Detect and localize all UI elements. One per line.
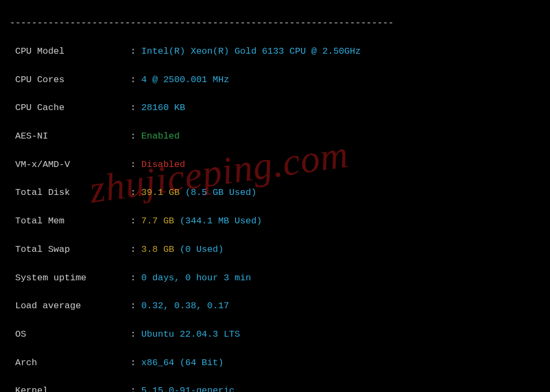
label-cpu-cache: CPU Cache: [15, 103, 65, 113]
value-swap-size: 3.8 GB: [141, 244, 174, 255]
value-cpu-cache: 28160 KB: [141, 103, 185, 113]
row-vmx: VM-x/AMD-V : Disabled: [10, 158, 545, 172]
label-cpu-cores: CPU Cores: [15, 75, 65, 85]
terminal-output: ----------------------------------------…: [0, 0, 550, 392]
row-total-disk: Total Disk : 39.1 GB (8.5 GB Used): [10, 186, 545, 200]
label-vmx: VM-x/AMD-V: [15, 159, 70, 170]
row-cpu-model: CPU Model : Intel(R) Xeon(R) Gold 6133 C…: [10, 45, 545, 59]
label-total-mem: Total Mem: [15, 216, 65, 226]
value-cpu-cores: 4 @ 2500.001 MHz: [141, 75, 229, 85]
value-mem-size: 7.7 GB: [141, 216, 174, 226]
value-disk-used: (8.5 GB Used): [185, 187, 256, 198]
label-total-swap: Total Swap: [15, 244, 70, 255]
row-total-mem: Total Mem : 7.7 GB (344.1 MB Used): [10, 214, 545, 228]
label-uptime: System uptime: [15, 273, 87, 283]
divider-line: ----------------------------------------…: [10, 16, 545, 30]
label-cpu-model: CPU Model: [15, 46, 65, 56]
label-aes-ni: AES-NI: [15, 131, 48, 141]
value-uptime: 0 days, 0 hour 3 min: [141, 273, 251, 283]
row-aes-ni: AES-NI : Enabled: [10, 129, 545, 143]
row-cpu-cache: CPU Cache : 28160 KB: [10, 101, 545, 115]
label-kernel: Kernel: [15, 386, 48, 392]
label-load: Load average: [15, 301, 81, 311]
row-uptime: System uptime : 0 days, 0 hour 3 min: [10, 271, 545, 285]
value-os: Ubuntu 22.04.3 LTS: [141, 329, 240, 339]
value-aes-ni: Enabled: [141, 131, 180, 141]
value-mem-used: (344.1 MB Used): [180, 216, 262, 226]
row-load: Load average : 0.32, 0.38, 0.17: [10, 299, 545, 313]
value-disk-size: 39.1 GB: [141, 187, 180, 198]
value-arch: x86_64 (64 Bit): [141, 358, 224, 368]
label-total-disk: Total Disk: [15, 187, 70, 198]
row-cpu-cores: CPU Cores : 4 @ 2500.001 MHz: [10, 73, 545, 87]
value-swap-used: (0 Used): [180, 244, 224, 255]
row-kernel: Kernel : 5.15.0-91-generic: [10, 384, 545, 392]
row-arch: Arch : x86_64 (64 Bit): [10, 356, 545, 370]
row-os: OS : Ubuntu 22.04.3 LTS: [10, 328, 545, 342]
value-vmx: Disabled: [141, 159, 185, 170]
value-load: 0.32, 0.38, 0.17: [141, 301, 229, 311]
row-total-swap: Total Swap : 3.8 GB (0 Used): [10, 243, 545, 257]
label-os: OS: [15, 329, 26, 339]
value-cpu-model: Intel(R) Xeon(R) Gold 6133 CPU @ 2.50GHz: [141, 46, 361, 56]
label-arch: Arch: [15, 358, 37, 368]
value-kernel: 5.15.0-91-generic: [141, 386, 234, 392]
